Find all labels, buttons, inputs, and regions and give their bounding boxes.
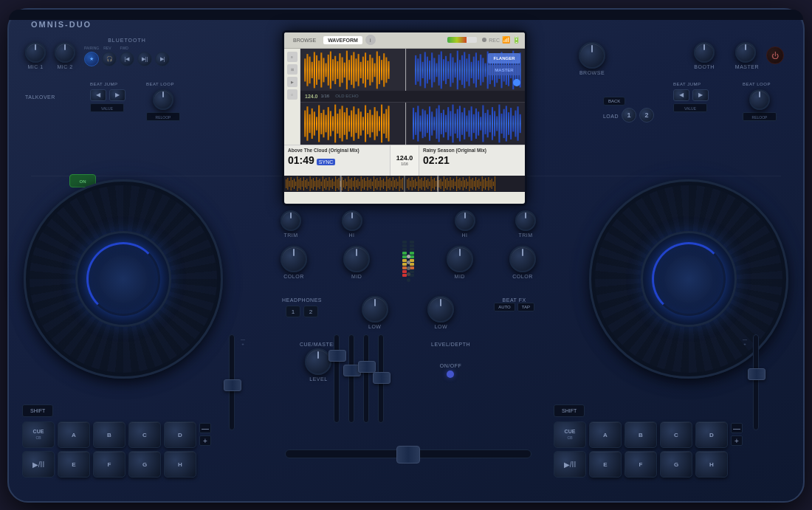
hi-left-knob[interactable]: [342, 210, 362, 231]
beat-fx-auto-btn[interactable]: AUTO: [494, 303, 515, 311]
pad-e-left[interactable]: E: [58, 451, 90, 478]
info-button[interactable]: i: [365, 35, 376, 45]
value-btn-right[interactable]: VALUE: [673, 103, 707, 112]
cue-btn-left[interactable]: CUE CB: [22, 421, 55, 448]
talkover-group: ON TALKOVER: [25, 93, 55, 100]
pad-h-right[interactable]: H: [695, 451, 728, 478]
svg-rect-232: [385, 182, 385, 186]
power-button[interactable]: ⏻: [766, 46, 784, 64]
pad-g-left[interactable]: G: [128, 451, 161, 478]
svg-rect-200: [334, 182, 334, 186]
color-right-knob[interactable]: [509, 246, 536, 272]
trim-left-knob[interactable]: [281, 210, 301, 231]
panel-btn-2[interactable]: ⊞: [287, 64, 297, 75]
hp-btn-1[interactable]: 1: [286, 306, 300, 317]
low-right-knob[interactable]: [427, 296, 454, 323]
load-1-btn[interactable]: 1: [622, 108, 636, 123]
svg-rect-291: [478, 179, 479, 189]
right-fader-1-thumb[interactable]: [748, 368, 765, 380]
minus-btn-left[interactable]: —: [199, 423, 211, 433]
svg-rect-193: [323, 176, 323, 191]
svg-rect-256: [423, 181, 424, 187]
pad-f-right[interactable]: F: [625, 451, 657, 478]
on-off-dot[interactable]: [447, 371, 454, 378]
mic1-knob[interactable]: [25, 42, 46, 63]
crossfader-thumb[interactable]: [396, 446, 420, 464]
pad-c-left[interactable]: C: [128, 421, 161, 448]
pad-b-left[interactable]: B: [93, 421, 125, 448]
low-left-label: LOW: [368, 324, 381, 329]
pad-h-left[interactable]: H: [164, 451, 196, 478]
fx-flanger[interactable]: FLANGER: [488, 53, 520, 63]
pad-g-right[interactable]: G: [660, 451, 692, 478]
load-2-btn[interactable]: 2: [639, 108, 654, 123]
pad-a-left[interactable]: A: [58, 421, 90, 448]
svg-rect-262: [433, 179, 433, 188]
beat-jump-left-arrow[interactable]: ◀: [90, 89, 106, 101]
pad-b-right[interactable]: B: [625, 421, 657, 448]
shift-btn-right[interactable]: SHIFT: [554, 404, 585, 417]
mic2-knob[interactable]: [55, 42, 75, 63]
beat-jump-right-right-arrow[interactable]: ▶: [692, 89, 709, 101]
waveform-deck2: [300, 102, 525, 145]
mid-left-label: MID: [351, 274, 362, 279]
jog-wheel-left-surface[interactable]: [24, 179, 223, 379]
pad-f-left[interactable]: F: [93, 451, 125, 478]
beat-loop-right-knob[interactable]: [749, 89, 770, 110]
bt-headphone-btn[interactable]: 🎧: [102, 52, 117, 66]
browse-knob[interactable]: [579, 42, 605, 69]
panel-btn-4[interactable]: ○: [287, 89, 297, 100]
left-fader-1-thumb[interactable]: [224, 379, 241, 391]
pad-c-right[interactable]: C: [660, 421, 692, 448]
low-left-knob[interactable]: [362, 296, 388, 323]
mid-right-knob[interactable]: [447, 246, 473, 272]
hp-btn-2[interactable]: 2: [303, 306, 318, 317]
reloop-btn-right[interactable]: RELOOP: [743, 112, 777, 121]
reloop-btn-left[interactable]: RELOOP: [146, 112, 180, 121]
minus-btn-right[interactable]: —: [731, 423, 743, 433]
beat-jump-left: BEAT JUMP ◀ ▶ VALUE: [90, 82, 125, 112]
svg-rect-27: [367, 61, 368, 80]
mid-left-knob[interactable]: [343, 246, 370, 272]
fader-ch3-thumb[interactable]: [358, 361, 376, 373]
color-right-group: COLOR: [509, 246, 536, 279]
svg-rect-171: [287, 178, 288, 190]
jog-wheel-left[interactable]: [24, 179, 223, 379]
pad-d-right[interactable]: D: [695, 421, 728, 448]
svg-rect-104: [351, 110, 352, 137]
pad-a-right[interactable]: A: [589, 421, 622, 448]
beat-jump-right-arrow[interactable]: ▶: [109, 89, 125, 101]
beat-fx-tap-btn[interactable]: TAP: [517, 303, 534, 311]
trim-right-knob[interactable]: [515, 210, 536, 231]
tab-waveform[interactable]: WAVEFORM: [323, 36, 362, 44]
tab-browse[interactable]: BROWSE: [289, 36, 320, 44]
hi-right-knob[interactable]: [455, 210, 475, 231]
pad-e-right[interactable]: E: [589, 451, 622, 478]
bt-next-btn[interactable]: ▶|: [155, 52, 170, 66]
svg-rect-199: [332, 179, 333, 189]
booth-knob[interactable]: [694, 42, 715, 63]
plus-btn-left[interactable]: +: [199, 435, 211, 446]
pad-d-left[interactable]: D: [164, 421, 196, 448]
bt-play-btn[interactable]: ▶||: [137, 52, 152, 66]
cue-btn-right[interactable]: CUE CB: [554, 421, 586, 448]
svg-rect-223: [371, 179, 371, 189]
back-button[interactable]: BACK: [603, 97, 625, 106]
panel-btn-3[interactable]: ▶: [287, 77, 297, 87]
play-btn-left[interactable]: ▶/II: [22, 451, 55, 478]
bt-prev-btn[interactable]: |◀: [120, 52, 134, 66]
master-knob[interactable]: [735, 42, 756, 63]
bt-bluetooth-btn[interactable]: ★: [84, 52, 99, 66]
color-left-knob[interactable]: [281, 246, 307, 272]
fader-ch1-thumb[interactable]: [328, 350, 346, 362]
value-btn-left[interactable]: VALUE: [90, 103, 124, 112]
beat-loop-left-knob[interactable]: [153, 89, 173, 110]
shift-btn-left[interactable]: SHIFT: [22, 404, 53, 417]
fader-ch4-thumb[interactable]: [373, 372, 390, 384]
play-btn-right[interactable]: ▶/II: [554, 451, 586, 478]
fx-master[interactable]: MASTER: [488, 65, 520, 75]
panel-btn-1[interactable]: ≡: [287, 52, 297, 62]
beat-jump-right-left-arrow[interactable]: ◀: [673, 89, 689, 101]
plus-btn-right[interactable]: +: [731, 435, 743, 446]
svg-rect-91: [320, 113, 322, 134]
